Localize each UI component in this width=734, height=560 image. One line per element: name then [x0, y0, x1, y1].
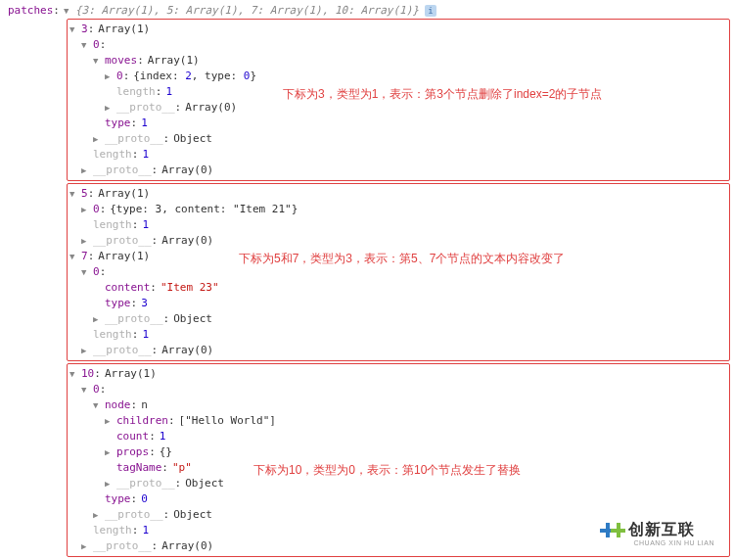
p5-item-0[interactable]: ▶ 0: {type: 3, content: "Item 21"}: [69, 202, 727, 217]
chevron-down-icon[interactable]: ▼: [93, 53, 103, 69]
chevron-right-icon[interactable]: ▶: [105, 413, 115, 429]
chevron-down-icon[interactable]: ▼: [69, 186, 79, 202]
chevron-right-icon[interactable]: ▶: [81, 163, 91, 178]
moves-item-0[interactable]: ▶ 0: {index: 2, type: 0}: [69, 69, 727, 84]
p10-item-0[interactable]: ▼ 0:: [69, 382, 727, 397]
chevron-down-icon[interactable]: ▼: [64, 6, 73, 16]
patch-3-header[interactable]: ▼ 3: Array(1): [69, 22, 727, 37]
chevron-right-icon[interactable]: ▶: [81, 538, 91, 554]
tree-root: ▼ 3: Array(1) ▼ 0: ▼ moves: Array(1) ▶ 0…: [67, 19, 730, 560]
children-row[interactable]: ▶ children: ["Hello World"]: [69, 413, 727, 429]
chevron-down-icon[interactable]: ▼: [69, 366, 79, 382]
cross-icon: [611, 523, 625, 537]
p5-proto[interactable]: ▶ __proto__: Array(0): [69, 233, 727, 249]
patch-5-7-box: ▼ 5: Array(1) ▶ 0: {type: 3, content: "I…: [67, 183, 730, 361]
chevron-right-icon[interactable]: ▶: [105, 444, 115, 460]
p7-proto-obj[interactable]: ▶ __proto__: Object: [69, 311, 727, 327]
chevron-right-icon[interactable]: ▶: [93, 311, 103, 327]
p5-length[interactable]: length: 1: [69, 217, 727, 233]
chevron-right-icon[interactable]: ▶: [105, 476, 115, 491]
chevron-right-icon[interactable]: ▶: [93, 507, 103, 523]
patch-10-header[interactable]: ▼ 10: Array(1): [69, 366, 727, 382]
chevron-right-icon[interactable]: ▶: [81, 202, 91, 217]
chevron-down-icon[interactable]: ▼: [69, 22, 79, 37]
annotation-3: 下标为10，类型为0，表示：第10个节点发生了替换: [253, 462, 521, 479]
chevron-right-icon[interactable]: ▶: [81, 343, 91, 358]
annotation-2: 下标为5和7，类型为3，表示：第5、7个节点的文本内容改变了: [239, 251, 565, 267]
p7-proto[interactable]: ▶ __proto__: Array(0): [69, 343, 727, 358]
chevron-down-icon[interactable]: ▼: [81, 382, 91, 397]
props-row[interactable]: ▶ props: {}: [69, 444, 727, 460]
moves-array[interactable]: ▼ moves: Array(1): [69, 53, 727, 69]
chevron-right-icon[interactable]: ▶: [93, 131, 103, 147]
length-row[interactable]: length: 1: [69, 147, 727, 163]
item-0[interactable]: ▼ 0:: [69, 37, 727, 53]
label: patches:: [8, 4, 64, 17]
p7-content[interactable]: content: "Item 23": [69, 280, 727, 296]
chevron-down-icon[interactable]: ▼: [93, 397, 103, 413]
p7-type[interactable]: type: 3: [69, 296, 727, 311]
patch-3-box: ▼ 3: Array(1) ▼ 0: ▼ moves: Array(1) ▶ 0…: [67, 19, 730, 181]
count-row[interactable]: count: 1: [69, 429, 727, 444]
chevron-right-icon[interactable]: ▶: [105, 100, 115, 116]
root-summary[interactable]: patches: ▼ {3: Array(1), 5: Array(1), 7:…: [4, 4, 730, 17]
chevron-down-icon[interactable]: ▼: [69, 249, 79, 264]
type-row[interactable]: type: 1: [69, 116, 727, 131]
p7-length[interactable]: length: 1: [69, 327, 727, 343]
chevron-right-icon[interactable]: ▶: [105, 69, 115, 84]
proto-array[interactable]: ▶ __proto__: Array(0): [69, 163, 727, 178]
root-preview: {3: Array(1), 5: Array(1), 7: Array(1), …: [75, 4, 419, 17]
watermark-logo: 创新互联 CHUANG XIN HU LIAN: [600, 520, 714, 546]
proto-object[interactable]: ▶ __proto__: Object: [69, 131, 727, 147]
chevron-down-icon[interactable]: ▼: [81, 37, 91, 53]
patch-5-header[interactable]: ▼ 5: Array(1): [69, 186, 727, 202]
node-row[interactable]: ▼ node: n: [69, 397, 727, 413]
info-icon[interactable]: i: [425, 5, 436, 17]
chevron-right-icon[interactable]: ▶: [81, 233, 91, 249]
p10-type[interactable]: type: 0: [69, 491, 727, 507]
annotation-1: 下标为3，类型为1，表示：第3个节点删除了index=2的子节点: [283, 86, 602, 103]
chevron-down-icon[interactable]: ▼: [81, 264, 91, 280]
